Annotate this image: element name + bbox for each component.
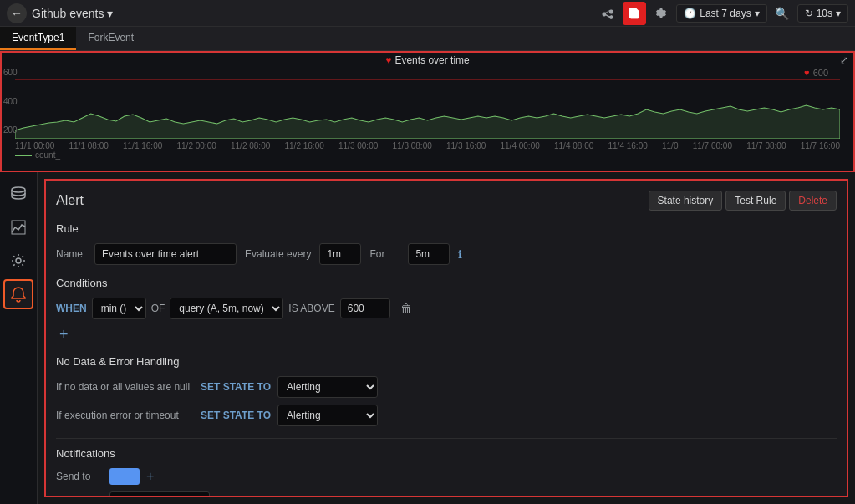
- header-title[interactable]: Github events ▾: [32, 7, 113, 20]
- chart-svg: [15, 68, 840, 139]
- of-label: OF: [151, 303, 165, 314]
- alert-header-buttons: State history Test Rule Delete: [649, 191, 837, 211]
- svg-point-3: [12, 187, 25, 192]
- error-state-select[interactable]: Alerting No Data Keep Last State OK: [277, 405, 378, 426]
- conditions-section: Conditions WHEN min () OF query (A, 5m, …: [56, 277, 837, 344]
- sidebar-icon-chart[interactable]: [3, 212, 33, 242]
- no-data-state-select[interactable]: Alerting No Data Keep Last State OK: [277, 376, 378, 398]
- no-data-row-1: If no data or all values are null SET ST…: [56, 376, 837, 398]
- chart-title-text: Events over time: [394, 54, 469, 66]
- evaluate-label: Evaluate every: [245, 248, 311, 260]
- time-range-label: Last 7 days: [700, 8, 751, 19]
- tab-forkevent[interactable]: ForkEvent: [76, 27, 145, 50]
- message-input[interactable]: [109, 491, 210, 497]
- refresh-icon: ↻: [805, 8, 813, 19]
- for-input[interactable]: [408, 243, 450, 265]
- legend-value: 600: [813, 68, 828, 78]
- save-button[interactable]: [623, 2, 646, 25]
- no-data-row-2: If execution error or timeout SET STATE …: [56, 405, 837, 426]
- chart-area: ♥ Events over time ⤢ 600 400 200 ♥ 600 1…: [0, 51, 855, 172]
- rule-section: Rule Name Evaluate every For ℹ: [56, 222, 837, 265]
- refresh-button[interactable]: ↻ 10s ▾: [797, 4, 848, 23]
- set-state-label-1: SET STATE TO: [201, 381, 271, 393]
- alert-panel-header: Alert State history Test Rule Delete: [56, 191, 837, 211]
- condition-row: WHEN min () OF query (A, 5m, now) IS ABO…: [56, 298, 837, 319]
- rule-row: Name Evaluate every For ℹ: [56, 243, 837, 265]
- share-button[interactable]: [596, 2, 619, 25]
- query-select[interactable]: query (A, 5m, now): [170, 298, 283, 319]
- svg-rect-4: [12, 221, 25, 234]
- refresh-dropdown-icon: ▾: [836, 8, 841, 19]
- settings-button[interactable]: [649, 2, 673, 25]
- set-state-label-2: SET STATE TO: [201, 410, 271, 421]
- clock-icon: 🕐: [684, 8, 696, 19]
- test-rule-button[interactable]: Test Rule: [725, 191, 786, 211]
- info-icon: ℹ: [458, 248, 462, 261]
- chart-header: ♥ Events over time ⤢: [2, 53, 853, 68]
- chart-legend: count_: [2, 150, 853, 160]
- tab-eventtype1[interactable]: EventType1: [0, 27, 76, 50]
- search-button[interactable]: 🔍: [771, 2, 794, 25]
- no-data-text-2: If execution error or timeout: [56, 410, 194, 421]
- condition-delete-button[interactable]: 🗑: [395, 300, 417, 317]
- threshold-input[interactable]: [340, 298, 390, 318]
- sidebar-icon-database[interactable]: [3, 179, 33, 209]
- when-select[interactable]: min (): [92, 298, 146, 319]
- header-left: ← Github events ▾: [7, 3, 113, 23]
- conditions-section-label: Conditions: [56, 277, 837, 289]
- add-notification-button[interactable]: +: [146, 469, 154, 484]
- time-range-dropdown-icon: ▾: [755, 8, 760, 19]
- send-to-label: Send to: [56, 471, 103, 482]
- no-data-section: No Data & Error Handling If no data or a…: [56, 355, 837, 426]
- legend-line: [15, 155, 32, 156]
- dashboard-title: Github events: [32, 7, 104, 20]
- message-row: Message: [56, 491, 837, 497]
- legend-label: count_: [35, 150, 60, 160]
- rule-section-label: Rule: [56, 222, 837, 235]
- x-axis-labels: 11/1 00:00 11/1 08:00 11/1 16:00 11/2 00…: [2, 141, 853, 150]
- no-data-text-1: If no data or all values are null: [56, 381, 194, 393]
- notification-badge: [109, 468, 140, 485]
- refresh-label: 10s: [817, 8, 832, 19]
- evaluate-every-input[interactable]: [319, 243, 361, 265]
- rule-name-input[interactable]: [94, 243, 237, 265]
- add-condition-button[interactable]: +: [56, 326, 72, 344]
- message-label: Message: [56, 496, 103, 497]
- heart-icon: ♥: [385, 54, 391, 66]
- alert-title: Alert: [56, 193, 84, 208]
- tabs-row: EventType1 ForkEvent: [0, 27, 855, 51]
- send-to-row: Send to +: [56, 468, 837, 485]
- legend-dot: ♥: [804, 68, 810, 78]
- state-history-button[interactable]: State history: [649, 191, 723, 211]
- y-axis-labels: 600 400 200: [3, 68, 18, 135]
- delete-button[interactable]: Delete: [789, 191, 837, 211]
- header-right: 🕐 Last 7 days ▾ 🔍 ↻ 10s ▾: [596, 2, 848, 25]
- back-button[interactable]: ←: [7, 3, 27, 23]
- sidebar-icon-settings[interactable]: [3, 246, 33, 276]
- main-content: Alert State history Test Rule Delete Rul…: [0, 172, 855, 504]
- notifications-title: Notifications: [56, 438, 837, 460]
- notifications-section: Notifications Send to + Message: [56, 438, 837, 497]
- header: ← Github events ▾ 🕐 Last 7 days ▾ 🔍 ↻ 10…: [0, 0, 855, 27]
- name-label: Name: [56, 248, 86, 260]
- for-label: For: [369, 248, 400, 260]
- chart-expand-button[interactable]: ⤢: [840, 54, 848, 66]
- alert-panel: Alert State history Test Rule Delete Rul…: [44, 179, 848, 497]
- time-range-button[interactable]: 🕐 Last 7 days ▾: [676, 4, 766, 23]
- sidebar-icon-bell[interactable]: [3, 279, 33, 309]
- sidebar: [0, 172, 38, 504]
- add-condition-row: +: [56, 326, 837, 344]
- chart-title: ♥ Events over time: [385, 54, 470, 66]
- is-above-label: IS ABOVE: [288, 303, 334, 314]
- svg-point-5: [16, 258, 21, 263]
- no-data-section-label: No Data & Error Handling: [56, 355, 837, 368]
- title-dropdown-icon: ▾: [107, 7, 113, 20]
- when-label: WHEN: [56, 303, 87, 314]
